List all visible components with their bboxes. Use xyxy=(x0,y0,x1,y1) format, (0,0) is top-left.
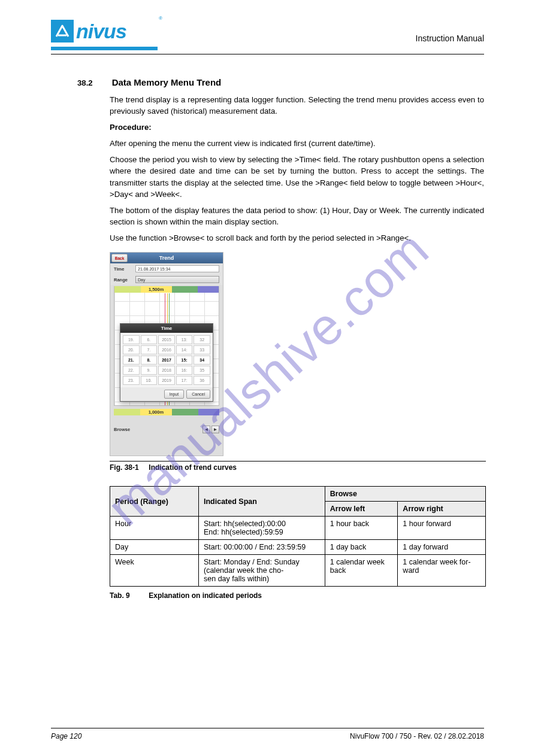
th-arrow-right: Arrow right xyxy=(398,502,486,517)
cancel-button[interactable]: Cancel xyxy=(186,390,210,399)
time-picker-cell[interactable]: 2016 xyxy=(158,345,175,354)
th-arrow-left: Arrow left xyxy=(325,502,398,517)
back-button[interactable]: Back xyxy=(111,254,128,262)
procedure-item-4: Use the function >Browse< to scroll back… xyxy=(110,232,484,244)
time-picker-cell[interactable]: 22. xyxy=(123,366,140,375)
time-field[interactable]: 21.08.2017 15:34 xyxy=(135,265,219,272)
header-divider xyxy=(51,54,484,54)
th-period: Period (Range) xyxy=(110,487,199,517)
time-picker-cell[interactable]: 2015 xyxy=(158,335,175,344)
range-select[interactable]: Day xyxy=(135,276,219,283)
time-picker-cell[interactable]: 2018 xyxy=(158,366,175,375)
chart-value-bottom: 1,000m xyxy=(140,409,172,415)
time-picker-cell[interactable]: 35 xyxy=(194,366,210,375)
th-browse: Browse xyxy=(325,487,485,502)
time-picker-cell[interactable]: 32 xyxy=(194,335,210,344)
section-number: 38.2 xyxy=(77,77,110,89)
procedure-item-3: The bottom of the display features the d… xyxy=(110,205,484,227)
th-span: Indicated Span xyxy=(199,487,325,517)
time-picker-cell[interactable]: 9. xyxy=(141,366,158,375)
time-picker-cell[interactable]: 2019 xyxy=(158,376,175,385)
range-table: Period (Range) Indicated Span Browse Arr… xyxy=(110,486,486,587)
page-number: Page 120 xyxy=(51,732,81,740)
time-picker-cell[interactable]: 21. xyxy=(123,356,140,365)
table-row: Hour Start: hh(selected):00:00 End: hh(s… xyxy=(110,517,486,540)
input-button[interactable]: Input xyxy=(164,390,185,399)
range-label: Range xyxy=(114,277,135,283)
footer-divider xyxy=(51,728,484,728)
time-picker-cell[interactable]: 8. xyxy=(141,356,158,365)
time-picker-cell[interactable]: 13: xyxy=(176,335,193,344)
chart-value-top: 1,500m xyxy=(141,286,172,293)
time-label: Time xyxy=(114,266,135,272)
procedure-item-1: After opening the menu the current view … xyxy=(110,138,484,149)
browse-right-icon[interactable]: ► xyxy=(211,426,219,433)
time-picker-cell[interactable]: 19. xyxy=(123,335,140,344)
browse-left-icon[interactable]: ◄ xyxy=(202,426,210,433)
time-picker-cell[interactable]: 16: xyxy=(176,366,193,375)
browse-label: Browse xyxy=(114,427,130,432)
table-row: Day Start: 00:00:00 / End: 23:59:59 1 da… xyxy=(110,540,486,555)
popup-title: Time xyxy=(120,324,213,333)
logo-mark-icon xyxy=(51,20,74,42)
time-picker-cell[interactable]: 2017 xyxy=(158,356,175,365)
procedure-item-2: Choose the period you wish to view by se… xyxy=(110,154,484,200)
paragraph-intro: The trend display is a representing data… xyxy=(110,94,484,117)
table-row: Week Start: Monday / End: Sunday (calend… xyxy=(110,555,486,587)
section-title: Data Memory Menu Trend xyxy=(112,77,222,87)
doc-revision: NivuFlow 700 / 750 - Rev. 02 / 28.02.201… xyxy=(350,732,484,740)
time-picker-cell[interactable]: 7. xyxy=(141,345,158,354)
figure-divider xyxy=(110,461,486,462)
time-picker-cell[interactable]: 14: xyxy=(176,345,193,354)
time-picker-cell[interactable]: 10. xyxy=(141,376,158,385)
table-caption: Tab. 9 Explanation on indicated periods xyxy=(110,591,484,600)
time-picker-cell[interactable]: 33 xyxy=(194,345,210,354)
logo-text: nivus xyxy=(76,21,126,41)
brand-logo: nivus ® xyxy=(51,17,159,47)
time-picker-cell[interactable]: 23. xyxy=(123,376,140,385)
procedure-label: Procedure: xyxy=(110,122,484,133)
time-picker-cell[interactable]: 17: xyxy=(176,376,193,385)
time-picker-cell[interactable]: 34 xyxy=(194,356,210,365)
figure-caption: Fig. 38-1 Indication of trend curves xyxy=(110,463,484,472)
registered-icon: ® xyxy=(159,16,162,21)
time-picker-cell[interactable]: 36 xyxy=(194,376,210,385)
time-picker-cell[interactable]: 20. xyxy=(123,345,140,354)
time-popup: Time 19.6.201513:3220.7.201614:3321.8.20… xyxy=(120,323,213,402)
device-screenshot: Back Trend Time 21.08.2017 15:34 Range D… xyxy=(110,252,223,456)
time-picker-cell[interactable]: 15: xyxy=(176,356,193,365)
time-picker-cell[interactable]: 6. xyxy=(141,335,158,344)
